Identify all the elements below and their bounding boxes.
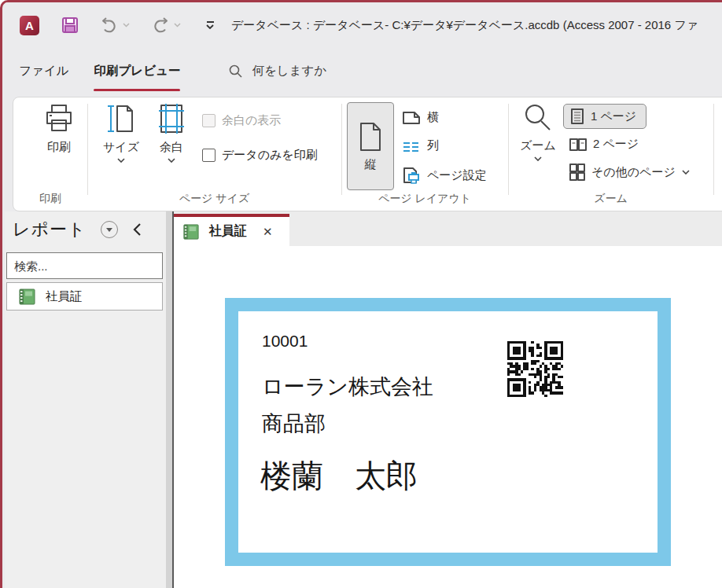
one-page-icon bbox=[570, 108, 584, 125]
nav-item-report-label: 社員証 bbox=[46, 288, 83, 305]
window-title: データベース : データベース- C:¥データ¥データベース.accdb (Ac… bbox=[231, 18, 698, 33]
employee-name: 楼蘭 太郎 bbox=[260, 454, 418, 498]
save-icon[interactable] bbox=[61, 17, 79, 34]
show-margins-checkbox-label: 余白の表示 bbox=[222, 113, 281, 128]
portrait-button[interactable]: 縦 bbox=[347, 102, 394, 190]
nav-search-input[interactable] bbox=[7, 259, 171, 273]
report-preview-page: 10001 ローラン株式会社 商品部 bbox=[174, 246, 722, 588]
document-tab[interactable]: 社員証 ✕ bbox=[174, 214, 289, 246]
tab-close-icon[interactable]: ✕ bbox=[263, 225, 273, 239]
customize-quick-access-toolbar-icon[interactable] bbox=[206, 21, 214, 29]
qr-code bbox=[507, 341, 563, 397]
employee-id-card: 10001 ローラン株式会社 商品部 bbox=[225, 298, 671, 566]
page-setup-button[interactable]: ページ設定 bbox=[402, 167, 487, 184]
print-button[interactable]: 印刷 bbox=[31, 102, 87, 155]
nav-pane-title: レポート bbox=[13, 218, 87, 241]
page-setup-button-label: ページ設定 bbox=[427, 168, 487, 183]
landscape-button-label: 横 bbox=[427, 110, 439, 125]
document-tab-bar: 社員証 ✕ bbox=[174, 211, 722, 246]
zoom-magnifier-icon bbox=[522, 102, 554, 134]
group-separator bbox=[87, 104, 88, 195]
columns-button[interactable]: 列 bbox=[402, 138, 439, 153]
report-icon bbox=[182, 223, 200, 241]
two-pages-button[interactable]: 2 ページ bbox=[569, 137, 639, 152]
group-separator bbox=[508, 104, 509, 195]
print-data-only-checkbox[interactable]: データのみを印刷 bbox=[202, 148, 318, 163]
print-data-only-checkbox-label: データのみを印刷 bbox=[222, 148, 318, 163]
report-icon bbox=[18, 288, 36, 306]
zoom-group-label: ズーム bbox=[508, 192, 713, 206]
tab-print-preview[interactable]: 印刷プレビュー bbox=[86, 48, 188, 94]
show-margins-checkbox[interactable]: 余白の表示 bbox=[202, 113, 281, 128]
tab-file[interactable]: ファイル bbox=[11, 48, 76, 94]
margins-button[interactable]: 余白 bbox=[149, 102, 194, 163]
print-data-only-checkbox-box[interactable] bbox=[202, 149, 215, 162]
printer-icon bbox=[43, 102, 75, 135]
department-name: 商品部 bbox=[262, 410, 326, 438]
page-size-group-label: ページ サイズ bbox=[87, 192, 341, 206]
employee-id: 10001 bbox=[262, 332, 308, 351]
size-dropdown-icon bbox=[117, 158, 125, 163]
document-tab-label: 社員証 bbox=[209, 223, 247, 240]
landscape-button[interactable]: 横 bbox=[402, 110, 439, 125]
page-layout-group-label: ページ レイアウト bbox=[341, 192, 508, 206]
nav-pane-scrollbar[interactable] bbox=[166, 211, 172, 588]
redo-button[interactable] bbox=[150, 17, 181, 33]
titlebar: A データベ bbox=[5, 2, 722, 48]
page-setup-icon bbox=[402, 167, 421, 184]
ribbon-tab-bar: ファイル 印刷プレビュー 何をしますか bbox=[5, 48, 722, 94]
access-window: A データベ bbox=[0, 0, 722, 588]
one-page-button[interactable]: 1 ページ bbox=[563, 104, 646, 129]
more-pages-button-label: その他のページ bbox=[591, 165, 676, 180]
columns-button-label: 列 bbox=[427, 138, 439, 153]
portrait-page-icon bbox=[356, 121, 385, 153]
group-separator bbox=[341, 104, 342, 195]
tell-me-search[interactable]: 何をしますか bbox=[229, 63, 326, 79]
size-button-label: サイズ bbox=[103, 140, 139, 155]
group-separator bbox=[713, 104, 714, 195]
ribbon: 印刷 印刷 サイズ 余白 bbox=[13, 97, 722, 211]
nav-item-report[interactable]: 社員証 bbox=[6, 282, 163, 311]
company-name: ローラン株式会社 bbox=[262, 373, 433, 401]
access-app-icon: A bbox=[20, 16, 39, 35]
search-icon bbox=[229, 64, 242, 78]
landscape-page-icon bbox=[402, 111, 421, 125]
print-button-label: 印刷 bbox=[47, 140, 71, 155]
nav-pane-collapse-icon[interactable] bbox=[132, 222, 142, 237]
print-group-label: 印刷 bbox=[13, 192, 87, 206]
size-button[interactable]: サイズ bbox=[98, 102, 145, 163]
columns-icon bbox=[402, 140, 421, 153]
tell-me-label: 何をしますか bbox=[252, 63, 326, 79]
one-page-button-label: 1 ページ bbox=[591, 109, 636, 124]
show-margins-checkbox-box[interactable] bbox=[202, 114, 215, 127]
page-size-icon bbox=[105, 102, 137, 135]
more-pages-button[interactable]: その他のページ bbox=[569, 164, 690, 181]
zoom-dropdown-icon bbox=[534, 156, 542, 161]
margins-dropdown-icon bbox=[168, 158, 175, 163]
two-pages-button-label: 2 ページ bbox=[593, 137, 639, 152]
undo-dropdown-icon[interactable] bbox=[123, 23, 130, 28]
zoom-button-label: ズーム bbox=[520, 138, 556, 153]
margins-button-label: 余白 bbox=[160, 140, 183, 155]
navigation-pane: レポート 社員証 bbox=[5, 211, 166, 588]
undo-button[interactable] bbox=[99, 17, 130, 33]
nav-pane-menu-icon[interactable] bbox=[101, 221, 118, 238]
more-pages-dropdown-icon bbox=[682, 170, 690, 175]
zoom-button[interactable]: ズーム bbox=[516, 102, 560, 161]
margins-icon bbox=[156, 102, 187, 135]
more-pages-icon bbox=[569, 164, 585, 181]
two-pages-icon bbox=[569, 138, 587, 152]
redo-dropdown-icon[interactable] bbox=[174, 23, 181, 28]
nav-search-box bbox=[6, 252, 163, 279]
document-area: 社員証 ✕ 10001 bbox=[174, 211, 722, 588]
portrait-button-label: 縦 bbox=[365, 157, 377, 172]
